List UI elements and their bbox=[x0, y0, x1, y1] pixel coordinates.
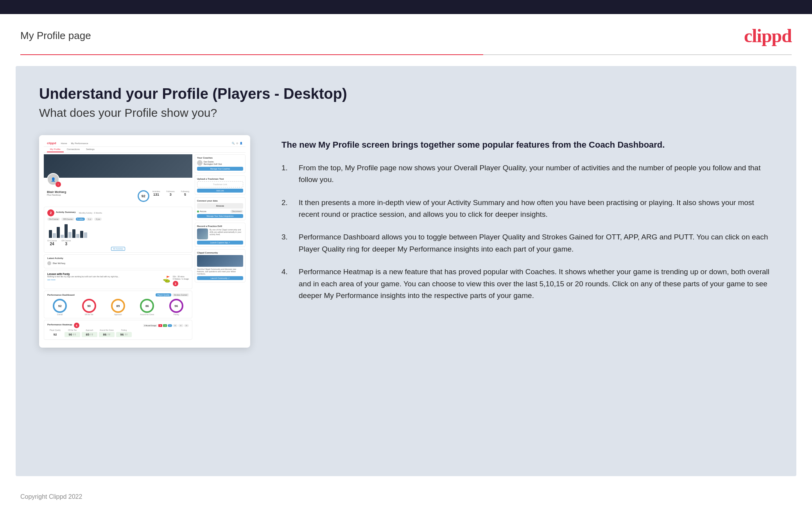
mockup-sidebar: Your Coaches Dan Davies Barnington Golf … bbox=[195, 154, 246, 341]
all-activities-btn[interactable]: All Activities bbox=[47, 247, 189, 250]
offtee-ring-item: 90 Off the Tee bbox=[82, 299, 96, 316]
header-divider bbox=[20, 54, 792, 55]
top-bar bbox=[0, 0, 812, 14]
arg-label: Around the Green bbox=[140, 314, 154, 316]
offtee-label: Off the Tee bbox=[82, 314, 96, 316]
lesson-see-more[interactable]: see more bbox=[47, 278, 160, 281]
bar-5 bbox=[65, 224, 68, 238]
heatmap-section: Performance Heatmap 4 5 Round Change: ▼ … bbox=[44, 320, 192, 340]
activity-header: 2 Activity Summary Monthly Activity - 6 … bbox=[47, 209, 189, 216]
oncourse-stats: On Course 24 Off Course 3 bbox=[47, 239, 189, 246]
putting-ring-item: 96 Putting bbox=[169, 299, 183, 316]
heatmap-10-rounds[interactable]: 10 bbox=[173, 324, 177, 327]
arg-ring[interactable]: 86 bbox=[140, 299, 154, 313]
lesson-section: Lesson with Fordy Nothing to feel like m… bbox=[44, 270, 192, 289]
manage-integrations-btn[interactable]: Manage Your Data Integrations bbox=[197, 214, 243, 218]
bar-3 bbox=[57, 227, 60, 238]
strokes-gained-toggle[interactable]: Strokes Gained bbox=[172, 293, 189, 296]
coach-info: Dan Davies Barnington Golf Club bbox=[204, 161, 222, 165]
off-course-stat: Off Course 3 bbox=[61, 239, 71, 246]
section-badge-4: 4 bbox=[74, 323, 79, 328]
heatmap-arg: Around the Green 86 ↑↑ bbox=[99, 329, 115, 337]
heatmap-header: Performance Heatmap 4 5 Round Change: ▼ … bbox=[47, 323, 189, 328]
heatmap-putting-label: Putting bbox=[116, 329, 132, 331]
trackman-add-btn[interactable]: Add Link bbox=[197, 189, 243, 193]
clippd-logo: clippd bbox=[744, 25, 792, 46]
heatmap-20-rounds[interactable]: 20 bbox=[184, 324, 189, 327]
activity-bar-chart bbox=[47, 222, 189, 238]
heatmap-offtee: Off the Tee 90 ↑↑ bbox=[65, 329, 80, 337]
feature-list: From the top, My Profile page now shows … bbox=[281, 162, 773, 302]
quality-circle: 92 bbox=[138, 190, 149, 202]
practice-drill-title: Record a Practice Drill bbox=[197, 225, 243, 227]
feature-item-1: From the top, My Profile page now shows … bbox=[281, 162, 773, 186]
putting-ring[interactable]: 96 bbox=[169, 299, 183, 313]
golf-swing-icon: ⛳ bbox=[163, 275, 170, 283]
coaches-title: Your Coaches bbox=[197, 157, 243, 159]
heatmap-cells: Player Quality 92 Off the Tee 90 ↑↑ Appr… bbox=[47, 329, 189, 337]
feature-3-text: Performance Dashboard allows you to togg… bbox=[299, 231, 773, 255]
level-badge: 1 bbox=[56, 182, 61, 187]
performance-rings: 92 Overall 90 Off the Tee 85 Approach bbox=[47, 299, 189, 316]
latest-activity-section: Latest Activity Blair McHarg bbox=[44, 254, 192, 268]
heatmap-arg-value: 86 ↑↑ bbox=[99, 332, 115, 337]
profile-name-area: Blair McHarg Plus Handicap bbox=[47, 190, 134, 196]
feature-item-4: Performance Heatmap is a new feature tha… bbox=[281, 266, 773, 302]
heatmap-5-rounds[interactable]: 5 bbox=[168, 324, 172, 327]
player-quality-toggle[interactable]: Player Quality bbox=[156, 293, 171, 296]
coach-club: Barnington Golf Club bbox=[204, 163, 222, 165]
page-title: My Profile page bbox=[20, 30, 91, 42]
left-column: clippd Home My Performance 🔍 ⚙ 👤 My Prof… bbox=[39, 135, 250, 348]
connect-title: Connect your data bbox=[197, 200, 243, 202]
launch-capture-btn[interactable]: Launch Capture App ↗ bbox=[197, 241, 243, 245]
on-course-stat: On Course 24 bbox=[47, 239, 57, 246]
arccos-connect-item: Arccos Disconnect bbox=[197, 210, 243, 213]
mockup-hero-banner: 👤 1 bbox=[44, 154, 192, 178]
feature-2-text: It then presents a more in-depth view of… bbox=[299, 197, 773, 221]
nav-performance: My Performance bbox=[71, 142, 88, 145]
manage-coaches-btn[interactable]: Manage Your Coaches bbox=[197, 167, 243, 171]
overall-ring[interactable]: 92 bbox=[53, 299, 67, 313]
heatmap-offtee-value: 90 ↑↑ bbox=[65, 332, 80, 337]
latest-activity-text: Blair McHarg bbox=[53, 262, 65, 264]
offtee-ring[interactable]: 90 bbox=[82, 299, 96, 313]
off-course-value: 3 bbox=[61, 242, 71, 246]
approach-ring[interactable]: 85 bbox=[111, 299, 125, 313]
performance-dashboard-section: Performance Dashboard Player Quality Str… bbox=[44, 291, 192, 318]
bar-4 bbox=[61, 235, 64, 238]
trackman-link-field[interactable]: Trackman Link bbox=[197, 181, 243, 187]
followers-stat: Followers 3 bbox=[166, 190, 174, 196]
lesson-text: Nothing to feel like my legs are working… bbox=[47, 275, 160, 286]
tab-myprofile[interactable]: My Profile bbox=[47, 147, 64, 152]
bar-6 bbox=[68, 232, 72, 238]
avatar-wrapper: 👤 1 bbox=[47, 173, 59, 186]
footer: Copyright Clippd 2022 bbox=[0, 487, 812, 507]
latest-activity-title: Latest Activity bbox=[47, 257, 189, 259]
activities-value: 131 bbox=[152, 193, 160, 196]
activity-subtitle: Monthly Activity - 6 Months bbox=[79, 212, 102, 214]
activity-title: Activity Summary bbox=[56, 211, 76, 213]
tab-connections[interactable]: Connections bbox=[64, 147, 83, 152]
copyright-text: Copyright Clippd 2022 bbox=[20, 493, 82, 500]
tab-settings[interactable]: Settings bbox=[83, 147, 98, 152]
profile-stats: Activities 131 Followers 3 Following 5 bbox=[152, 190, 189, 196]
drill-description: By one of the Clippd community and drill… bbox=[210, 229, 243, 239]
approach-ring-item: 85 Approach bbox=[111, 299, 125, 316]
2-year-pill: 2 yrs bbox=[94, 218, 102, 221]
launch-community-btn[interactable]: Launch Community ↗ bbox=[197, 276, 243, 280]
feature-1-text: From the top, My Profile page now shows … bbox=[299, 162, 773, 186]
heatmap-putting: Putting 96 ↑↑ bbox=[116, 329, 132, 337]
disconnect-btn[interactable]: Disconnect bbox=[230, 210, 243, 213]
heatmap-15-rounds[interactable]: 15 bbox=[178, 324, 183, 327]
heatmap-arg-label: Around the Green bbox=[99, 329, 115, 331]
activity-controls: On-Course Off-Course 5 mths 1 yr 2 yrs bbox=[47, 218, 189, 221]
section-badge-3: 3 bbox=[173, 281, 178, 286]
heatmap-approach-value: 85 ↑↑ bbox=[82, 332, 97, 337]
on-course-value: 24 bbox=[47, 242, 57, 246]
lesson-videos: 0 Videos / 1 image bbox=[173, 278, 189, 280]
mockup-navbar: clippd Home My Performance 🔍 ⚙ 👤 bbox=[44, 140, 246, 147]
main-content: Understand your Profile (Players - Deskt… bbox=[16, 66, 796, 476]
bar-1 bbox=[49, 230, 52, 238]
heatmap-putting-value: 96 ↑↑ bbox=[116, 332, 132, 337]
all-activities-label: All Activities bbox=[111, 247, 125, 251]
